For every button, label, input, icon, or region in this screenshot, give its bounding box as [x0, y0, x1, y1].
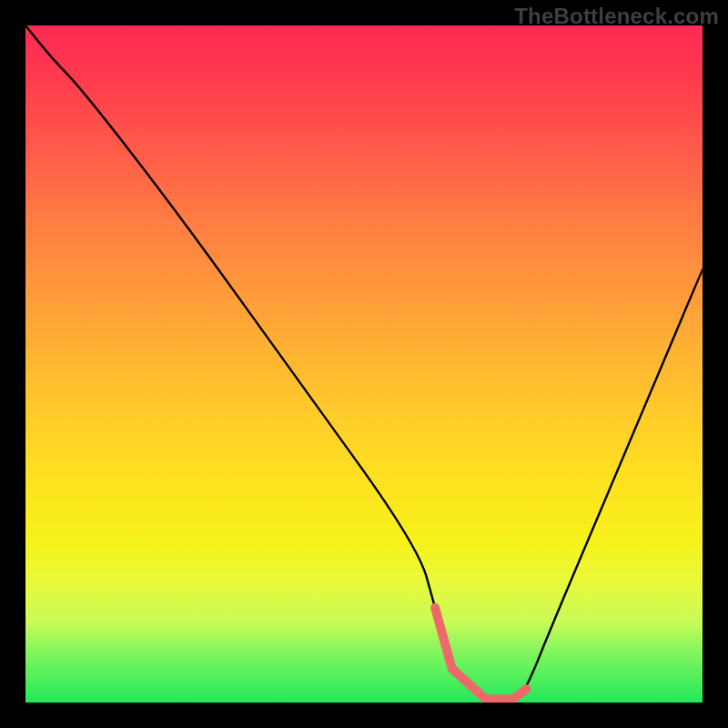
- bottleneck-curve: [25, 25, 703, 703]
- plot-area: [25, 25, 703, 703]
- curve-layer: [25, 25, 703, 703]
- watermark-text: TheBottleneck.com: [514, 4, 719, 29]
- chart-frame: TheBottleneck.com: [0, 0, 728, 728]
- no-bottleneck-segment: [435, 608, 526, 700]
